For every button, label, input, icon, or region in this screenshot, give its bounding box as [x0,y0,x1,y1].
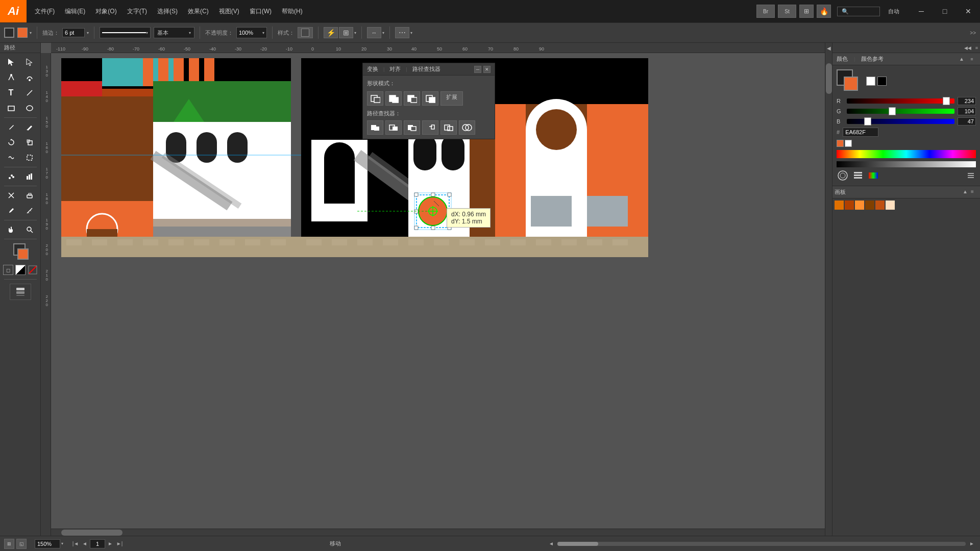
menu-effects[interactable]: 效果(C) [184,5,213,18]
panel-expand-arrow[interactable]: ◀ [825,43,832,53]
menu-window[interactable]: 窗口(W) [246,5,276,18]
b-slider-thumb[interactable] [864,117,871,126]
brush-tool[interactable] [3,120,20,134]
rotate-tool[interactable] [3,135,20,149]
stroke-color-tb[interactable] [17,28,28,38]
menu-view[interactable]: 视图(V) [215,5,243,18]
fp-titlebar[interactable]: 变换 | 对齐 | 路径查找器 ─ ✕ [363,63,495,76]
slice-tool[interactable] [3,188,20,203]
color-panel-expand[interactable]: ▲ [958,55,966,63]
swatch-orange[interactable] [837,140,844,147]
zoom-input[interactable]: 150% [35,539,60,548]
color-ref-tab[interactable]: 颜色参考 [861,55,884,63]
color-spectrum-icon[interactable] [867,169,879,182]
fp-shape-btn-1[interactable] [367,91,383,106]
stroke-swatch[interactable] [17,248,29,260]
prev-page-btn[interactable]: ◄ [81,540,89,548]
sb-icon-2[interactable]: ◱ [16,539,27,549]
ref-swatch-6[interactable] [886,201,895,210]
fill-color-tb[interactable] [4,28,14,38]
basic-select[interactable]: 基本 ▾ [154,27,194,38]
scale-tool[interactable] [21,135,38,149]
swatch-white[interactable] [845,140,852,147]
last-page-btn[interactable]: ►| [115,540,124,548]
b-slider-track[interactable] [847,119,954,124]
grid-icon[interactable]: ⊞ [799,5,814,18]
first-page-btn[interactable]: |◄ [71,540,80,548]
fp-shape-btn-3[interactable] [404,91,420,106]
ref-swatch-1[interactable] [835,201,844,210]
fp-shape-btn-2[interactable] [385,91,402,106]
sb-nav-track[interactable] [557,542,966,546]
eraser-tool[interactable] [21,188,38,203]
menu-file[interactable]: 文件(F) [31,5,59,18]
color-wheel-icon[interactable] [837,169,849,182]
fp-minimize[interactable]: ─ [474,66,481,73]
canvas-expand[interactable]: ▲ [963,189,970,196]
scrollbar-thumb-h[interactable] [61,530,122,536]
sb-icon-1[interactable]: ⊞ [4,539,14,549]
layers-panel-btn[interactable] [10,284,31,300]
fp-pf-btn-5[interactable] [440,120,457,135]
color-spectrum[interactable] [837,150,976,158]
maximize-button[interactable]: □ [933,0,957,22]
fp-pf-btn-3[interactable] [404,120,420,135]
fp-pf-btn-4[interactable] [422,120,438,135]
panel-collapse[interactable]: >> [970,30,976,36]
scrollbar-bottom[interactable] [51,529,825,536]
arrange-btn-2[interactable]: ⊞ [339,27,353,38]
pencil-tool[interactable] [21,120,38,134]
zoom-dropdown[interactable]: ▾ [61,541,63,546]
b-value-input[interactable]: 47 [958,117,976,126]
gray-spectrum[interactable] [837,161,976,167]
none-color-btn[interactable]: ◻ [3,265,13,275]
stroke-swatch-panel[interactable] [844,77,858,91]
symbol-tool[interactable] [3,169,20,184]
more-btn[interactable]: ⋯ [395,27,409,38]
fp-pf-btn-6[interactable] [459,120,475,135]
gradient-btn[interactable] [15,265,26,275]
rect-tool[interactable] [3,101,20,115]
type-tool[interactable]: T [3,86,20,100]
r-value-input[interactable]: 234 [958,97,976,105]
chart-tool[interactable] [21,169,38,184]
menu-select[interactable]: 选择(S) [153,5,182,18]
scrollbar-thumb-v[interactable] [826,63,832,94]
page-input[interactable]: 1 [90,539,105,548]
next-page-btn[interactable]: ► [106,540,114,548]
stroke-style-select[interactable]: ▾ [100,27,151,38]
arrange-btn-1[interactable]: ⚡ [324,27,338,38]
canvas-menu[interactable]: ≡ [971,189,978,196]
arrange-dropdown[interactable]: ▾ [354,31,356,35]
search-input[interactable]: 🔍 [837,7,880,16]
style-swatch[interactable] [298,27,313,38]
transform-dropdown[interactable]: ▾ [382,31,384,35]
fp-pf-btn-1[interactable] [367,120,383,135]
pen-tool[interactable] [3,70,20,85]
color-tab[interactable]: 颜色 [837,55,848,63]
transform-btn[interactable]: ↔ [367,27,381,38]
stroke-swatch-tb[interactable]: ▾ [17,28,32,38]
menu-text[interactable]: 文字(T) [123,5,151,18]
ref-swatch-4[interactable] [865,201,874,210]
st-button[interactable]: St [778,5,796,18]
fp-expand-btn[interactable]: 扩展 [440,91,463,106]
fp-close[interactable]: ✕ [483,66,491,73]
sb-nav-thumb[interactable] [557,542,598,546]
free-transform-tool[interactable] [21,151,38,165]
fp-pf-btn-2[interactable] [385,120,402,135]
more-dropdown[interactable]: ▾ [410,31,412,35]
scrollbar-right[interactable] [825,53,832,536]
hex-input[interactable]: EA682F [843,128,878,137]
menu-object[interactable]: 对象(O) [91,5,120,18]
rp-menu-arrow[interactable]: ≡ [975,45,978,51]
g-slider-track[interactable] [847,109,954,114]
rp-expand-arrow[interactable]: ◀◀ [964,45,971,51]
ref-swatch-3[interactable] [855,201,864,210]
menu-edit[interactable]: 编辑(E) [61,5,89,18]
g-slider-thumb[interactable] [889,107,896,115]
white-swatch[interactable] [866,77,875,86]
line-tool[interactable] [21,86,38,100]
sb-nav-left[interactable]: ◄ [547,540,555,548]
color-bars-icon[interactable] [852,169,864,182]
